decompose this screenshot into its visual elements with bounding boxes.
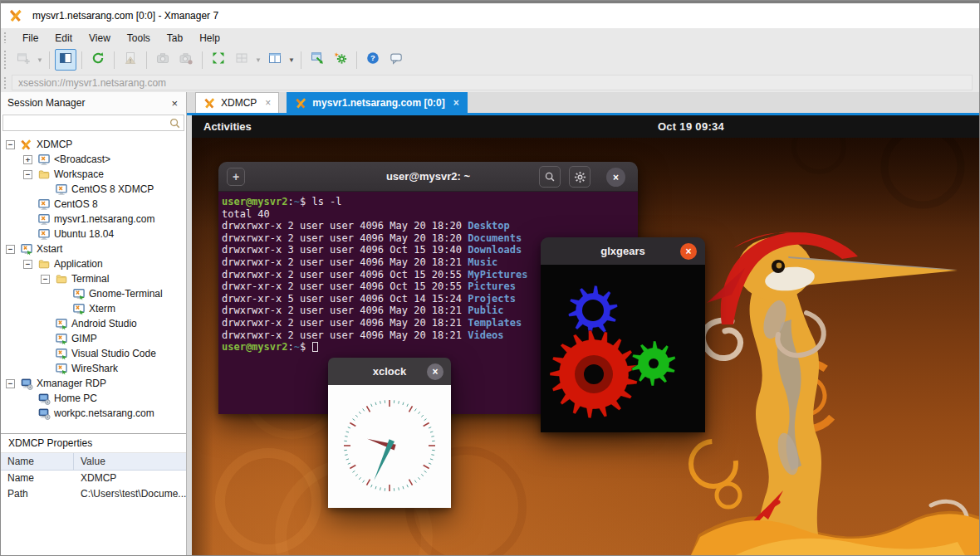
glxgears-close-button[interactable]: × [680,243,697,260]
toolbar-button-sessions-panel-toggle[interactable] [55,49,76,71]
glxgears-titlebar[interactable]: glxgears × [541,237,705,265]
tab-xdmcp[interactable]: XDMCP× [195,92,279,113]
dropdown-chevron-icon[interactable]: ▼ [36,56,44,64]
toolbar-separator [81,51,82,69]
xclock-titlebar[interactable]: xclock × [328,358,451,385]
search-icon [169,117,181,133]
dropdown-chevron-icon[interactable]: ▼ [287,56,296,64]
terminal-menu-button[interactable] [569,166,590,188]
tree-item-workpc-netsarang-com[interactable]: workpc.netsarang.com [1,406,186,421]
tree-item-broadcast[interactable]: +<Broadcast> [1,152,186,167]
toolbar-gripper[interactable] [3,50,7,70]
expander-minus-icon[interactable]: − [6,379,15,388]
toolbar-separator [146,51,147,69]
tree-item-xmanager-rdp[interactable]: −Xmanager RDP [1,376,186,391]
tree-item-workspace[interactable]: −Workspace [1,167,186,182]
xclock-close-button[interactable]: × [427,363,443,380]
window-titlebar[interactable]: mysvr1.netsarang.com [0:0] - Xmanager 7 [1,1,979,28]
tab-mysvr1-netsarang-com-0-0[interactable]: mysvr1.netsarang.com [0:0]× [287,92,467,113]
session-manager-close-icon[interactable]: × [169,97,179,110]
tree-item-label: WireShark [71,363,118,374]
tree-item-android-studio[interactable]: Android Studio [1,316,186,331]
screen-record-icon [179,51,193,68]
topbar-clock[interactable]: Oct 19 09:34 [658,120,724,133]
session-log-icon [124,51,137,68]
activities-button[interactable]: Activities [192,120,263,133]
tree-item-ubuntu-18-04[interactable]: Ubuntu 18.04 [1,227,186,241]
tree-item-centos-8[interactable]: CentOS 8 [1,197,186,212]
toolbar-button-full-screen[interactable] [208,49,229,71]
toolbar-button-session-log[interactable] [120,49,141,71]
toolbar-button-export-display[interactable] [306,49,328,71]
refresh-icon [91,51,105,68]
expander-minus-icon[interactable]: − [23,170,32,179]
property-row-path: PathC:\Users\test\Docume... [1,486,186,502]
expander-minus-icon[interactable]: − [6,140,15,149]
folder-icon [55,272,68,285]
tree-item-gnome-terminal[interactable]: Gnome-Terminal [1,286,186,301]
remote-desktop[interactable]: Activities Oct 19 09:34 + user@mysvr2: ~ [192,115,979,555]
property-value: XDMCP [74,471,186,486]
dropdown-chevron-icon[interactable]: ▼ [254,56,262,64]
xmanager-logo-icon [9,9,22,22]
terminal-titlebar[interactable]: + user@mysvr2: ~ [218,162,638,192]
expander-minus-icon[interactable]: − [41,275,50,284]
menu-item-tab[interactable]: Tab [159,30,191,46]
tree-item-label: Xterm [89,303,115,315]
tree-item-label: <Broadcast> [54,154,110,165]
property-name: Name [1,471,74,486]
terminal-search-button[interactable] [539,166,561,188]
toolbar-button-window-layout[interactable] [264,49,286,71]
tree-item-xstart[interactable]: −Xstart [1,241,186,256]
session-search-input[interactable] [2,115,184,131]
tree-item-application[interactable]: −Application [1,256,186,271]
monitor-icon [55,183,68,196]
tab-close-icon[interactable]: × [453,97,459,109]
monitor-icon [37,198,51,211]
expander-minus-icon[interactable]: − [23,260,32,269]
close-icon: × [613,173,619,183]
tab-label: XDMCP [221,97,257,109]
tree-item-xterm[interactable]: Xterm [1,301,186,316]
tree-item-visual-studio-code[interactable]: Visual Studio Code [1,346,186,361]
xstart-icon [72,302,86,315]
terminal-new-tab-button[interactable]: + [227,168,245,186]
menu-item-view[interactable]: View [81,30,119,46]
toolbar-button-multi-view[interactable] [231,49,252,71]
terminal-close-button[interactable]: × [606,168,625,187]
tree-item-label: Visual Studio Code [71,348,156,359]
glxgears-window: glxgears × [541,237,705,432]
xstart-icon [72,287,86,300]
addressbar-gripper[interactable] [3,76,7,89]
toolbar-button-refresh[interactable] [87,49,109,71]
tree-item-home-pc[interactable]: Home PC [1,391,186,406]
tree-item-xdmcp[interactable]: −XDMCP [1,137,186,152]
menu-item-edit[interactable]: Edit [47,30,81,46]
property-name: Path [1,486,74,502]
tree-item-gimp[interactable]: GIMP [1,331,186,346]
address-input[interactable]: xsession://mysvr1.netsarang.com [12,75,973,90]
toolbar-button-new-session[interactable] [12,49,34,71]
tree-item-centos-8-xdmcp[interactable]: CentOS 8 XDMCP [1,182,186,197]
sessions-panel-toggle-icon [59,51,72,68]
menu-item-file[interactable]: File [14,30,47,46]
toolbar-button-screen-record[interactable] [175,49,197,71]
toolbar-button-help[interactable]: ? [362,49,384,71]
menu-item-tools[interactable]: Tools [119,30,159,46]
tab-close-icon[interactable]: × [265,97,271,109]
menubar-gripper[interactable] [3,32,7,43]
menu-item-help[interactable]: Help [191,30,228,46]
expander-minus-icon[interactable]: − [6,245,15,254]
tree-item-wireshark[interactable]: WireShark [1,361,186,376]
tree-item-label: workpc.netsarang.com [54,407,154,419]
monitor-icon [37,212,51,226]
close-icon: × [432,367,438,377]
session-manager-panel: Session Manager × −XDMCP+<Broadcast>−Wor… [1,92,187,555]
toolbar-button-screen-capture[interactable] [152,49,174,71]
toolbar-button-xconfig[interactable] [330,49,351,71]
expander-plus-icon[interactable]: + [23,155,32,164]
tree-item-label: mysvr1.netsarang.com [54,213,154,225]
tree-item-terminal[interactable]: −Terminal [1,271,186,286]
toolbar-button-feedback[interactable] [385,49,407,71]
tree-item-mysvr1-netsarang-com[interactable]: mysvr1.netsarang.com [1,212,186,227]
